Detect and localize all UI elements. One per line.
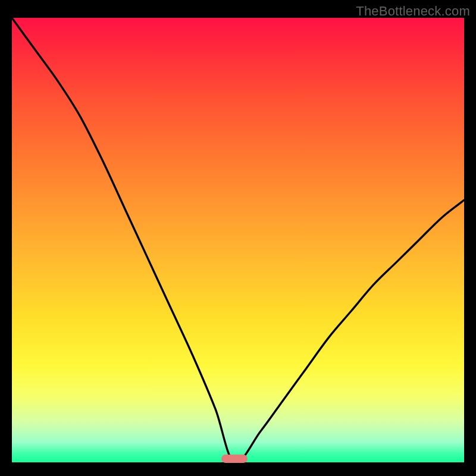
minimum-marker	[221, 455, 248, 463]
bottleneck-chart: TheBottleneck.com	[0, 0, 476, 476]
bottleneck-curve	[12, 18, 464, 462]
watermark-text: TheBottleneck.com	[356, 4, 470, 19]
plot-area	[12, 18, 464, 462]
curve-path	[12, 18, 464, 463]
